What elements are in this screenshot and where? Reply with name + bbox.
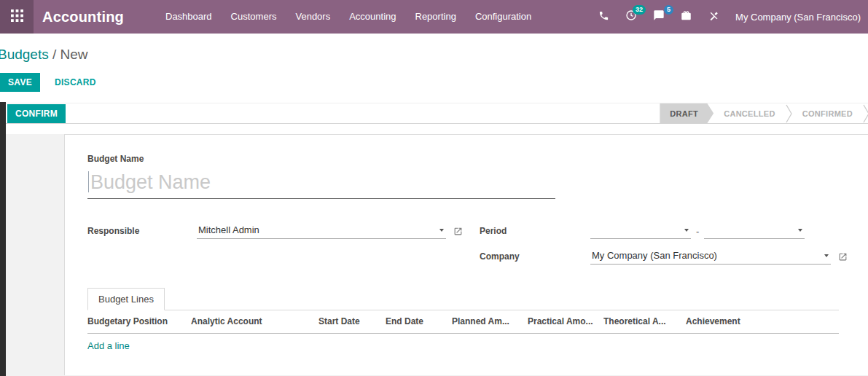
top-navbar: Accounting Dashboard Customers Vendors A… (0, 0, 868, 34)
company-field-group: My Company (San Francisco) (590, 248, 848, 265)
content-area: Budget Name Responsible Mitchell Admin P… (0, 134, 868, 376)
chevron-separator-icon (786, 104, 792, 123)
tools-icon (708, 10, 719, 24)
activity-badge: 32 (633, 5, 646, 15)
status-confirmed[interactable]: CONFIRMED (792, 103, 863, 124)
col-analytic-account[interactable]: Analytic Account (191, 316, 318, 326)
menu-accounting[interactable]: Accounting (340, 0, 405, 34)
tools-button[interactable] (700, 0, 727, 34)
menu-customers[interactable]: Customers (222, 0, 286, 34)
col-budgetary-position[interactable]: Budgetary Position (87, 316, 191, 326)
responsible-field-group: Mitchell Admin (197, 223, 480, 239)
status-pipeline: DRAFT CANCELLED CONFIRMED (660, 103, 868, 123)
responsible-label: Responsible (87, 226, 197, 236)
col-achievement[interactable]: Achievement (686, 316, 839, 326)
breadcrumb-budgets-link[interactable]: Budgets (0, 47, 49, 62)
company-select[interactable]: My Company (San Francisco) (590, 248, 831, 265)
period-start-select[interactable] (590, 223, 691, 239)
discard-button[interactable]: DISCARD (46, 73, 105, 92)
apps-menu-button[interactable] (0, 0, 34, 34)
phone-icon (598, 10, 609, 24)
form-sheet: Budget Name Responsible Mitchell Admin P… (64, 134, 868, 375)
notebook-tabs: Budget Lines (87, 288, 839, 310)
breadcrumb-current: New (60, 47, 88, 62)
budget-name-field-wrap (87, 171, 555, 199)
statusbar: CONFIRM DRAFT CANCELLED CONFIRMED (0, 103, 868, 124)
voip-button[interactable] (590, 0, 617, 34)
form-fields-grid: Responsible Mitchell Admin Period - (87, 223, 839, 265)
menu-vendors[interactable]: Vendors (286, 0, 340, 34)
save-button[interactable]: SAVE (0, 73, 40, 92)
responsible-select[interactable]: Mitchell Admin (197, 223, 446, 239)
budget-name-label: Budget Name (87, 154, 839, 164)
app-brand-title: Accounting (42, 9, 124, 26)
chevron-down-icon (824, 254, 829, 257)
company-value: My Company (San Francisco) (592, 250, 717, 261)
chevron-separator-icon (863, 104, 868, 123)
menu-dashboard[interactable]: Dashboard (156, 0, 222, 34)
dark-left-edge (0, 102, 6, 376)
period-label: Period (480, 226, 590, 236)
confirm-button[interactable]: CONFIRM (7, 104, 66, 123)
navbar-systray: 32 5 My Company (San Francisco) (590, 0, 868, 34)
status-draft[interactable]: DRAFT (660, 103, 713, 124)
main-menu: Dashboard Customers Vendors Accounting R… (156, 0, 541, 34)
status-cancelled[interactable]: CANCELLED (713, 103, 786, 124)
text-cursor (88, 171, 89, 192)
chevron-down-icon (798, 229, 802, 232)
chat-bubble-icon (653, 9, 665, 24)
breadcrumb-separator: / (52, 47, 60, 62)
gift-icon (681, 10, 692, 24)
form-action-buttons: SAVE DISCARD (0, 73, 868, 91)
add-a-line-link[interactable]: Add a line (87, 334, 130, 358)
apps-grid-icon (11, 9, 23, 25)
col-practical-amount[interactable]: Practical Amo... (528, 316, 603, 326)
external-link-icon (838, 252, 848, 262)
messages-button[interactable]: 5 (645, 0, 673, 34)
period-end-select[interactable] (704, 223, 805, 239)
responsible-external-link-button[interactable] (453, 227, 463, 236)
col-end-date[interactable]: End Date (386, 316, 452, 326)
period-separator: - (696, 226, 699, 237)
external-link-icon (453, 227, 463, 236)
col-start-date[interactable]: Start Date (318, 316, 386, 326)
menu-configuration[interactable]: Configuration (466, 0, 541, 34)
chevron-down-icon (684, 229, 689, 232)
user-company-menu[interactable]: My Company (San Francisco) (727, 12, 868, 23)
responsible-value: Mitchell Admin (198, 224, 259, 235)
budget-name-input[interactable] (87, 171, 555, 194)
col-theoretical-amount[interactable]: Theoretical A... (603, 316, 686, 326)
menu-reporting[interactable]: Reporting (406, 0, 466, 34)
company-external-link-button[interactable] (838, 252, 848, 262)
gift-button[interactable] (673, 0, 700, 34)
budget-lines-table: Budgetary Position Analytic Account Star… (87, 310, 839, 358)
period-field-group: - (590, 223, 848, 239)
breadcrumb: Budgets / New (0, 34, 868, 63)
table-header-row: Budgetary Position Analytic Account Star… (87, 310, 839, 334)
col-planned-amount[interactable]: Planned Am... (452, 316, 528, 326)
activities-button[interactable]: 32 (617, 0, 645, 34)
chevron-down-icon (439, 229, 444, 232)
tab-budget-lines[interactable]: Budget Lines (87, 288, 165, 310)
company-label: Company (480, 251, 590, 262)
